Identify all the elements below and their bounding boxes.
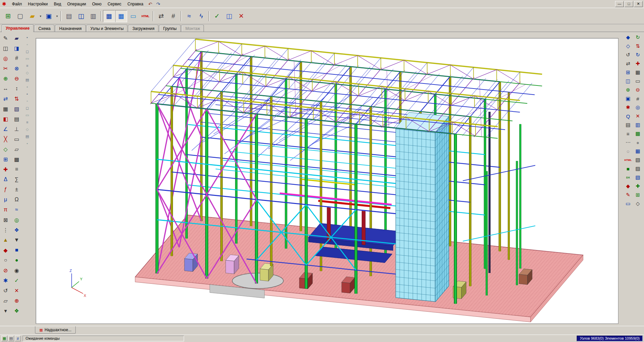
model-viewport[interactable]: ZXY (36, 38, 618, 324)
right-tool-39[interactable]: ▭ (623, 199, 633, 208)
show-mesh-button[interactable]: ▦ (115, 10, 127, 22)
right-tool-10[interactable]: ▦ (633, 68, 643, 77)
left-tool-6[interactable]: # (11, 53, 22, 63)
open-dropdown[interactable]: ▾ (38, 10, 43, 22)
right-tool-14[interactable]: ⊖ (633, 86, 643, 94)
left-tool-30[interactable]: ∑ (11, 174, 22, 184)
menu-item[interactable]: Справка (124, 1, 146, 7)
right-tool-3[interactable]: ◇ (623, 42, 633, 50)
left-tool-56[interactable]: ❖ (11, 306, 22, 316)
left-tool-24[interactable]: ▱ (11, 144, 22, 154)
status-icon-2[interactable]: ▤ (8, 336, 14, 341)
right-tool-1[interactable]: ◆ (623, 33, 633, 42)
left-strip-tool-14[interactable]: ◇ (24, 126, 31, 133)
left-tool-17[interactable]: ◧ (0, 114, 11, 124)
left-tool-31[interactable]: ƒ (0, 184, 11, 195)
maximize-button[interactable]: □ (624, 1, 633, 7)
save-dropdown[interactable]: ▾ (55, 10, 59, 22)
minimize-button[interactable]: — (615, 1, 624, 7)
left-tool-26[interactable]: ▩ (11, 154, 22, 164)
right-tool-35[interactable]: ◆ (623, 182, 633, 191)
check-model-button[interactable]: ✓ (211, 10, 223, 22)
calculation-button[interactable]: ϟ (195, 10, 207, 22)
right-tool-32[interactable]: ▨ (633, 164, 643, 173)
right-tool-5[interactable]: ↺ (623, 50, 633, 59)
new-model-button[interactable]: ⊞ (2, 10, 14, 22)
right-tool-7[interactable]: ⇄ (623, 59, 633, 68)
left-strip-tool-13[interactable]: ≡ (24, 119, 31, 126)
right-tool-23[interactable]: ≡ (623, 129, 633, 138)
comment-button[interactable]: ▭ (127, 10, 139, 22)
left-tool-32[interactable]: ± (11, 184, 22, 195)
page-setup-button[interactable]: ▥ (87, 10, 99, 22)
redo-icon[interactable]: ↷ (154, 1, 163, 7)
left-tool-54[interactable]: ⊕ (11, 296, 22, 306)
save-button[interactable]: ▣ (43, 10, 55, 22)
right-tool-9[interactable]: ⊞ (623, 68, 633, 77)
menu-item[interactable]: Сервис (105, 1, 124, 7)
open-button[interactable]: ▰ (26, 10, 38, 22)
right-tool-38[interactable]: ⊞ (633, 191, 643, 199)
right-tool-13[interactable]: ⊕ (623, 86, 633, 94)
right-tool-15[interactable]: ▣ (623, 94, 633, 103)
left-tool-43[interactable]: ◆ (0, 245, 11, 255)
right-tool-34[interactable]: ▧ (633, 173, 643, 182)
left-strip-tool-6[interactable]: ◇ (24, 69, 31, 76)
graphs-button[interactable]: ≈ (183, 10, 195, 22)
tab-группы[interactable]: Группы (159, 25, 181, 32)
right-tool-33[interactable]: DX (623, 173, 633, 182)
new-document-button[interactable]: ▢ (14, 10, 26, 22)
right-tool-40[interactable]: ◇ (633, 199, 643, 208)
right-tool-30[interactable]: ▧ (633, 156, 643, 164)
tables-button[interactable]: # (167, 10, 179, 22)
left-tool-20[interactable]: ⊥ (11, 124, 22, 134)
left-tool-10[interactable]: ⊖ (11, 73, 22, 83)
left-tool-5[interactable]: ◎ (0, 53, 11, 63)
left-tool-29[interactable]: Δ (0, 174, 11, 184)
left-tool-41[interactable]: ▲ (0, 235, 11, 245)
left-tool-15[interactable]: ▦ (0, 104, 11, 114)
left-strip-tool-10[interactable]: ▫ (24, 98, 31, 104)
menu-item[interactable]: Окно (89, 1, 105, 7)
left-tool-53[interactable]: ▱ (0, 296, 11, 306)
left-tool-25[interactable]: ⊞ (0, 154, 11, 164)
left-tool-19[interactable]: ∠ (0, 124, 11, 134)
left-tool-14[interactable]: ⇅ (11, 94, 22, 104)
left-tool-4[interactable]: ◨ (11, 43, 22, 53)
left-tool-36[interactable]: ≈ (11, 205, 22, 215)
right-tool-37[interactable]: ✎ (623, 191, 633, 199)
right-tool-29[interactable]: HTML (623, 156, 633, 164)
right-tool-20[interactable]: ✕ (633, 112, 643, 121)
right-tool-27[interactable]: ○ (623, 147, 633, 156)
left-strip-tool-12[interactable]: ▭ (24, 112, 31, 118)
left-tool-48[interactable]: ◉ (11, 265, 22, 275)
left-tool-55[interactable]: ▾ (0, 306, 11, 316)
left-tool-27[interactable]: ✚ (0, 164, 11, 174)
menu-item[interactable]: Настройки (25, 1, 51, 7)
right-tool-8[interactable]: ✚ (633, 59, 643, 68)
menu-item[interactable]: Вид (51, 1, 64, 7)
left-strip-tool-4[interactable]: ▭ (24, 55, 31, 62)
left-strip-tool-9[interactable]: ▪ (24, 91, 31, 97)
left-tool-39[interactable]: ⋮ (0, 225, 11, 235)
left-tool-38[interactable]: ◎ (11, 215, 22, 225)
left-tool-2[interactable]: ▰ (11, 33, 22, 43)
left-tool-51[interactable]: ↺ (0, 285, 11, 296)
tab-назначения[interactable]: Назначения (55, 25, 86, 32)
print-preview-button[interactable]: ◫ (75, 10, 87, 22)
right-tool-22[interactable]: ▥ (633, 121, 643, 129)
left-tool-12[interactable]: ↕ (11, 83, 22, 94)
tab-управление[interactable]: Управление (2, 25, 34, 32)
right-tool-18[interactable]: ◎ (633, 103, 643, 112)
screen-button[interactable]: ◫ (223, 10, 235, 22)
show-grid-button[interactable]: ▦ (103, 10, 115, 22)
left-strip-tool-16[interactable]: • (24, 140, 31, 147)
left-tool-28[interactable]: ≡ (11, 164, 22, 174)
right-tool-6[interactable]: ↻ (633, 50, 643, 59)
left-tool-1[interactable]: ✎ (0, 33, 11, 43)
tab-узлы-и-элементы[interactable]: Узлы и Элементы (86, 25, 128, 32)
right-tool-16[interactable]: # (633, 94, 643, 103)
left-tool-45[interactable]: ○ (0, 255, 11, 265)
left-tool-11[interactable]: ↔ (0, 83, 11, 94)
right-tool-21[interactable]: ▤ (623, 121, 633, 129)
